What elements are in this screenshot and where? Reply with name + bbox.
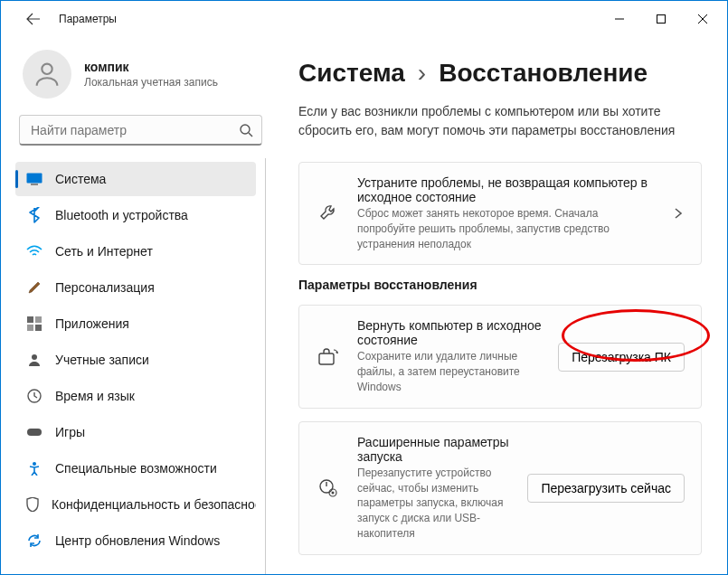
nav-time[interactable]: Время и язык [15, 379, 256, 413]
minimize-icon [615, 14, 624, 24]
close-button[interactable] [682, 5, 723, 33]
wifi-icon [26, 243, 43, 259]
shield-icon [26, 496, 39, 513]
svg-rect-3 [27, 174, 43, 184]
nav-personalization[interactable]: Персонализация [15, 270, 256, 305]
search-box [19, 115, 262, 146]
nav-update[interactable]: Центр обновления Windows [15, 523, 256, 558]
nav-privacy[interactable]: Конфиденциальность и безопасность [15, 487, 256, 522]
nav-network[interactable]: Сеть и Интернет [15, 234, 256, 269]
chevron-right-icon: › [418, 59, 426, 88]
search-icon [239, 123, 253, 137]
reset-icon [316, 348, 341, 366]
nav-label: Приложения [55, 316, 129, 331]
card-title: Вернуть компьютер в исходное состояние [357, 318, 542, 347]
brush-icon [26, 279, 43, 296]
accessibility-icon [26, 460, 43, 476]
svg-rect-6 [35, 316, 42, 323]
sidebar: компик Локальная учетная запись Система … [1, 37, 277, 574]
advanced-startup-card: Расширенные параметры запуска Перезапуст… [298, 421, 702, 555]
nav-accounts[interactable]: Учетные записи [15, 343, 256, 377]
nav-label: Центр обновления Windows [55, 533, 220, 548]
breadcrumb-current: Восстановление [439, 59, 648, 88]
maximize-icon [657, 14, 666, 24]
account-sub: Локальная учетная запись [84, 76, 218, 89]
nav-label: Конфиденциальность и безопасность [52, 497, 256, 512]
chevron-right-icon [672, 207, 685, 220]
svg-rect-7 [27, 325, 33, 331]
svg-rect-11 [27, 429, 42, 436]
card-desc: Перезапустите устройство сейчас, чтобы и… [357, 466, 511, 542]
restart-now-button[interactable]: Перезагрузить сейчас [527, 474, 685, 503]
troubleshoot-card[interactable]: Устраните проблемы, не возвращая компьют… [298, 162, 702, 265]
card-desc: Сохраните или удалите личные файлы, а за… [357, 349, 542, 394]
section-label: Параметры восстановления [298, 278, 702, 292]
account-block[interactable]: компик Локальная учетная запись [15, 37, 266, 115]
arrow-left-icon [26, 12, 41, 26]
nav-gaming[interactable]: Игры [15, 415, 256, 449]
svg-point-2 [241, 125, 250, 134]
card-desc: Сброс может занять некоторое время. Снач… [357, 206, 656, 251]
card-title: Устраните проблемы, не возвращая компьют… [357, 175, 656, 204]
card-title: Расширенные параметры запуска [357, 435, 511, 464]
account-name: компик [84, 60, 218, 74]
nav-apps[interactable]: Приложения [15, 306, 256, 341]
nav-label: Система [55, 172, 106, 186]
titlebar: Параметры [1, 1, 727, 37]
wrench-icon [316, 203, 341, 223]
search-input[interactable] [19, 115, 262, 146]
close-icon [698, 14, 707, 24]
reset-pc-button[interactable]: Перезагрузка ПК [558, 343, 685, 372]
person-icon [26, 352, 43, 368]
nav-label: Bluetooth и устройства [55, 208, 188, 222]
main-panel: Система › Восстановление Если у вас возн… [277, 37, 727, 574]
svg-rect-4 [31, 184, 38, 185]
svg-rect-0 [657, 15, 666, 24]
maximize-button[interactable] [640, 5, 682, 33]
nav-label: Персонализация [55, 280, 155, 295]
nav-system[interactable]: Система [15, 162, 256, 196]
breadcrumb: Система › Восстановление [298, 59, 702, 88]
nav-accessibility[interactable]: Специальные возможности [15, 451, 256, 485]
avatar [23, 50, 71, 99]
nav-list: Система Bluetooth и устройства Сеть и Ин… [15, 158, 266, 574]
svg-point-1 [42, 64, 52, 74]
nav-label: Игры [55, 425, 85, 439]
gamepad-icon [26, 424, 43, 440]
nav-label: Специальные возможности [55, 461, 217, 476]
person-icon [32, 59, 62, 90]
nav-label: Учетные записи [55, 353, 149, 367]
intro-text: Если у вас возникли проблемы с компьютер… [298, 102, 702, 140]
nav-label: Сеть и Интернет [55, 244, 153, 259]
breadcrumb-parent[interactable]: Система [298, 59, 405, 88]
minimize-button[interactable] [599, 5, 640, 33]
back-button[interactable] [19, 5, 48, 33]
svg-rect-5 [27, 316, 33, 323]
svg-point-16 [332, 491, 335, 494]
power-gear-icon [316, 478, 341, 498]
svg-point-12 [33, 462, 36, 466]
apps-icon [26, 316, 43, 332]
svg-rect-13 [319, 353, 334, 364]
bluetooth-icon [26, 207, 43, 223]
window-title: Параметры [59, 13, 117, 25]
svg-rect-8 [35, 325, 42, 331]
clock-icon [26, 388, 43, 404]
nav-bluetooth[interactable]: Bluetooth и устройства [15, 198, 256, 232]
update-icon [26, 533, 43, 549]
svg-point-9 [32, 354, 37, 360]
nav-label: Время и язык [55, 389, 135, 403]
display-icon [26, 171, 43, 187]
reset-pc-card: Вернуть компьютер в исходное состояние С… [298, 305, 702, 408]
